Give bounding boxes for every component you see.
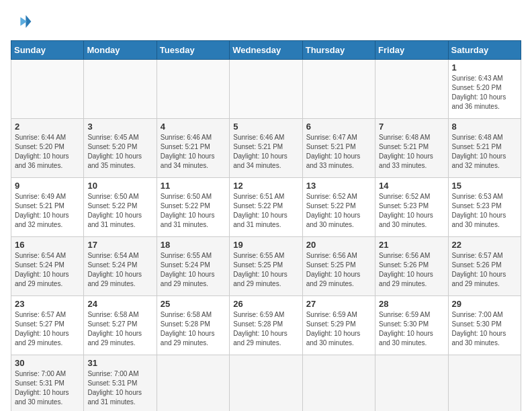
calendar-day-cell: 14Sunrise: 6:52 AMSunset: 5:23 PMDayligh… (375, 178, 448, 237)
day-info: Sunrise: 6:54 AMSunset: 5:24 PMDaylight:… (15, 251, 80, 289)
day-info: Sunrise: 6:57 AMSunset: 5:27 PMDaylight:… (15, 310, 80, 348)
calendar-day-cell: 26Sunrise: 6:59 AMSunset: 5:28 PMDayligh… (230, 296, 302, 355)
day-info: Sunrise: 6:47 AMSunset: 5:21 PMDaylight:… (306, 133, 371, 171)
calendar-day-cell (230, 355, 302, 412)
day-number: 8 (452, 122, 517, 132)
calendar-day-cell (157, 60, 229, 119)
day-number: 12 (233, 181, 298, 191)
day-number: 29 (452, 299, 517, 309)
day-number: 14 (379, 181, 444, 191)
day-number: 13 (306, 181, 371, 191)
calendar-header: SundayMondayTuesdayWednesdayThursdayFrid… (11, 41, 521, 60)
day-of-week-header: Saturday (448, 41, 521, 60)
day-number: 4 (161, 122, 226, 132)
calendar-day-cell: 7Sunrise: 6:48 AMSunset: 5:21 PMDaylight… (375, 119, 448, 178)
day-info: Sunrise: 6:53 AMSunset: 5:23 PMDaylight:… (452, 192, 517, 230)
calendar-day-cell: 15Sunrise: 6:53 AMSunset: 5:23 PMDayligh… (448, 178, 521, 237)
day-info: Sunrise: 6:48 AMSunset: 5:21 PMDaylight:… (379, 133, 444, 171)
calendar-day-cell: 11Sunrise: 6:50 AMSunset: 5:22 PMDayligh… (157, 178, 229, 237)
day-info: Sunrise: 6:46 AMSunset: 5:21 PMDaylight:… (233, 133, 298, 171)
calendar-day-cell: 19Sunrise: 6:55 AMSunset: 5:25 PMDayligh… (230, 237, 302, 296)
calendar-week-row: 1Sunrise: 6:43 AMSunset: 5:20 PMDaylight… (11, 60, 521, 119)
calendar-day-cell: 6Sunrise: 6:47 AMSunset: 5:21 PMDaylight… (302, 119, 375, 178)
calendar-day-cell: 10Sunrise: 6:50 AMSunset: 5:22 PMDayligh… (84, 178, 157, 237)
calendar-day-cell: 22Sunrise: 6:57 AMSunset: 5:26 PMDayligh… (448, 237, 521, 296)
day-number: 6 (306, 122, 371, 132)
day-of-week-header: Tuesday (157, 41, 229, 60)
day-number: 19 (233, 240, 298, 250)
calendar-day-cell: 8Sunrise: 6:48 AMSunset: 5:21 PMDaylight… (448, 119, 521, 178)
day-of-week-header: Thursday (302, 41, 375, 60)
calendar-day-cell: 13Sunrise: 6:52 AMSunset: 5:22 PMDayligh… (302, 178, 375, 237)
calendar-day-cell: 1Sunrise: 6:43 AMSunset: 5:20 PMDaylight… (448, 60, 521, 119)
day-info: Sunrise: 6:58 AMSunset: 5:28 PMDaylight:… (161, 310, 226, 348)
day-info: Sunrise: 6:52 AMSunset: 5:22 PMDaylight:… (306, 192, 371, 230)
calendar-table: SundayMondayTuesdayWednesdayThursdayFrid… (11, 40, 521, 411)
day-info: Sunrise: 6:56 AMSunset: 5:26 PMDaylight:… (379, 251, 444, 289)
day-number: 23 (15, 299, 80, 309)
day-of-week-header: Wednesday (230, 41, 302, 60)
calendar-day-cell (84, 60, 157, 119)
calendar-day-cell (230, 60, 302, 119)
day-number: 25 (161, 299, 226, 309)
day-info: Sunrise: 6:55 AMSunset: 5:25 PMDaylight:… (233, 251, 298, 289)
calendar-day-cell: 28Sunrise: 6:59 AMSunset: 5:30 PMDayligh… (375, 296, 448, 355)
calendar-day-cell: 25Sunrise: 6:58 AMSunset: 5:28 PMDayligh… (157, 296, 229, 355)
calendar-day-cell: 23Sunrise: 6:57 AMSunset: 5:27 PMDayligh… (11, 296, 84, 355)
calendar-day-cell: 4Sunrise: 6:46 AMSunset: 5:21 PMDaylight… (157, 119, 229, 178)
day-number: 22 (452, 240, 517, 250)
day-number: 24 (87, 299, 152, 309)
day-info: Sunrise: 6:50 AMSunset: 5:22 PMDaylight:… (161, 192, 226, 230)
calendar-week-row: 23Sunrise: 6:57 AMSunset: 5:27 PMDayligh… (11, 296, 521, 355)
day-number: 10 (87, 181, 152, 191)
calendar-day-cell (448, 355, 521, 412)
calendar-day-cell: 2Sunrise: 6:44 AMSunset: 5:20 PMDaylight… (11, 119, 84, 178)
day-number: 31 (87, 358, 152, 368)
day-number: 27 (306, 299, 371, 309)
day-number: 26 (233, 299, 298, 309)
day-info: Sunrise: 7:00 AMSunset: 5:30 PMDaylight:… (452, 310, 517, 348)
calendar-day-cell: 20Sunrise: 6:56 AMSunset: 5:25 PMDayligh… (302, 237, 375, 296)
calendar-day-cell: 3Sunrise: 6:45 AMSunset: 5:20 PMDaylight… (84, 119, 157, 178)
day-number: 3 (87, 122, 152, 132)
day-number: 20 (306, 240, 371, 250)
day-number: 28 (379, 299, 444, 309)
day-number: 1 (452, 62, 517, 73)
day-info: Sunrise: 6:54 AMSunset: 5:24 PMDaylight:… (87, 251, 152, 289)
day-info: Sunrise: 6:52 AMSunset: 5:23 PMDaylight:… (379, 192, 444, 230)
day-info: Sunrise: 6:44 AMSunset: 5:20 PMDaylight:… (15, 133, 80, 171)
day-info: Sunrise: 6:43 AMSunset: 5:20 PMDaylight:… (452, 74, 517, 111)
calendar-day-cell (302, 355, 375, 412)
day-info: Sunrise: 6:51 AMSunset: 5:22 PMDaylight:… (233, 192, 298, 230)
calendar-day-cell (375, 60, 448, 119)
day-info: Sunrise: 6:59 AMSunset: 5:28 PMDaylight:… (233, 310, 298, 348)
day-info: Sunrise: 6:46 AMSunset: 5:21 PMDaylight:… (161, 133, 226, 171)
day-info: Sunrise: 6:58 AMSunset: 5:27 PMDaylight:… (87, 310, 152, 348)
calendar-day-cell: 29Sunrise: 7:00 AMSunset: 5:30 PMDayligh… (448, 296, 521, 355)
day-info: Sunrise: 6:59 AMSunset: 5:29 PMDaylight:… (306, 310, 371, 348)
day-info: Sunrise: 6:49 AMSunset: 5:21 PMDaylight:… (15, 192, 80, 230)
day-info: Sunrise: 6:55 AMSunset: 5:24 PMDaylight:… (161, 251, 226, 289)
day-number: 2 (15, 122, 80, 132)
day-info: Sunrise: 6:59 AMSunset: 5:30 PMDaylight:… (379, 310, 444, 348)
calendar-week-row: 9Sunrise: 6:49 AMSunset: 5:21 PMDaylight… (11, 178, 521, 237)
calendar-day-cell (157, 355, 229, 412)
calendar-week-row: 30Sunrise: 7:00 AMSunset: 5:31 PMDayligh… (11, 355, 521, 412)
day-number: 16 (15, 240, 80, 250)
calendar-day-cell (11, 60, 84, 119)
day-of-week-header: Friday (375, 41, 448, 60)
logo (11, 11, 35, 32)
day-number: 15 (452, 181, 517, 191)
calendar-day-cell: 12Sunrise: 6:51 AMSunset: 5:22 PMDayligh… (230, 178, 302, 237)
day-number: 7 (379, 122, 444, 132)
calendar-day-cell: 17Sunrise: 6:54 AMSunset: 5:24 PMDayligh… (84, 237, 157, 296)
day-info: Sunrise: 7:00 AMSunset: 5:31 PMDaylight:… (15, 369, 80, 407)
day-number: 21 (379, 240, 444, 250)
calendar-day-cell (375, 355, 448, 412)
day-info: Sunrise: 6:45 AMSunset: 5:20 PMDaylight:… (87, 133, 152, 171)
day-of-week-header: Monday (84, 41, 157, 60)
calendar-day-cell: 31Sunrise: 7:00 AMSunset: 5:31 PMDayligh… (84, 355, 157, 412)
calendar-week-row: 16Sunrise: 6:54 AMSunset: 5:24 PMDayligh… (11, 237, 521, 296)
day-info: Sunrise: 6:57 AMSunset: 5:26 PMDaylight:… (452, 251, 517, 289)
page-header (11, 11, 521, 32)
